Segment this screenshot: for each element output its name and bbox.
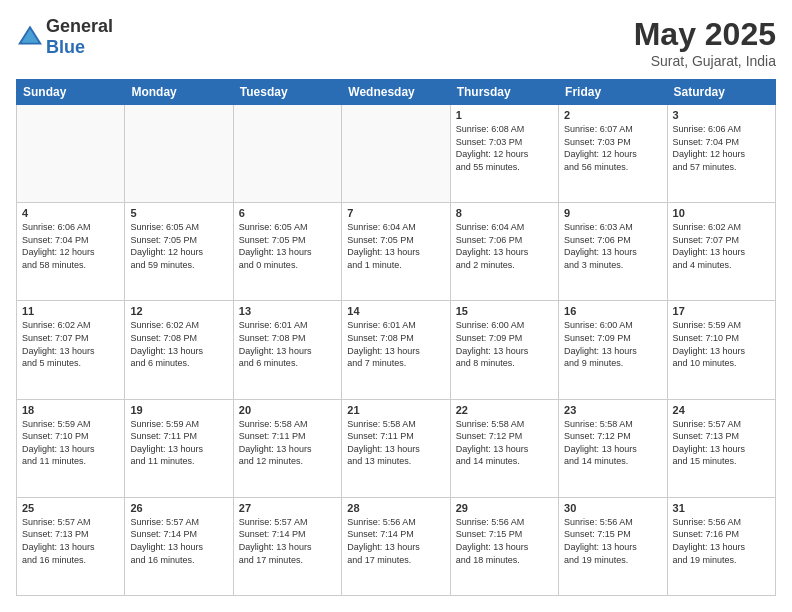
calendar-cell: 30Sunrise: 5:56 AM Sunset: 7:15 PM Dayli…	[559, 497, 667, 595]
cell-info: Sunrise: 5:56 AM Sunset: 7:15 PM Dayligh…	[456, 516, 553, 566]
page: General Blue May 2025 Surat, Gujarat, In…	[0, 0, 792, 612]
cell-info: Sunrise: 6:00 AM Sunset: 7:09 PM Dayligh…	[456, 319, 553, 369]
calendar-cell: 17Sunrise: 5:59 AM Sunset: 7:10 PM Dayli…	[667, 301, 775, 399]
cell-info: Sunrise: 5:57 AM Sunset: 7:14 PM Dayligh…	[239, 516, 336, 566]
calendar-cell	[233, 105, 341, 203]
day-number: 26	[130, 502, 227, 514]
cell-info: Sunrise: 6:05 AM Sunset: 7:05 PM Dayligh…	[239, 221, 336, 271]
header-friday: Friday	[559, 80, 667, 105]
calendar-week-3: 18Sunrise: 5:59 AM Sunset: 7:10 PM Dayli…	[17, 399, 776, 497]
logo: General Blue	[16, 16, 113, 58]
cell-info: Sunrise: 5:56 AM Sunset: 7:14 PM Dayligh…	[347, 516, 444, 566]
calendar-cell	[125, 105, 233, 203]
cell-info: Sunrise: 5:58 AM Sunset: 7:12 PM Dayligh…	[564, 418, 661, 468]
calendar-cell: 4Sunrise: 6:06 AM Sunset: 7:04 PM Daylig…	[17, 203, 125, 301]
calendar-cell: 27Sunrise: 5:57 AM Sunset: 7:14 PM Dayli…	[233, 497, 341, 595]
calendar-cell: 12Sunrise: 6:02 AM Sunset: 7:08 PM Dayli…	[125, 301, 233, 399]
location: Surat, Gujarat, India	[634, 53, 776, 69]
cell-info: Sunrise: 5:58 AM Sunset: 7:11 PM Dayligh…	[347, 418, 444, 468]
day-number: 8	[456, 207, 553, 219]
calendar-cell: 7Sunrise: 6:04 AM Sunset: 7:05 PM Daylig…	[342, 203, 450, 301]
day-number: 16	[564, 305, 661, 317]
header-sunday: Sunday	[17, 80, 125, 105]
header-monday: Monday	[125, 80, 233, 105]
cell-info: Sunrise: 6:03 AM Sunset: 7:06 PM Dayligh…	[564, 221, 661, 271]
cell-info: Sunrise: 6:02 AM Sunset: 7:07 PM Dayligh…	[673, 221, 770, 271]
cell-info: Sunrise: 6:08 AM Sunset: 7:03 PM Dayligh…	[456, 123, 553, 173]
cell-info: Sunrise: 6:05 AM Sunset: 7:05 PM Dayligh…	[130, 221, 227, 271]
calendar-cell: 26Sunrise: 5:57 AM Sunset: 7:14 PM Dayli…	[125, 497, 233, 595]
cell-info: Sunrise: 5:57 AM Sunset: 7:13 PM Dayligh…	[22, 516, 119, 566]
calendar-cell: 14Sunrise: 6:01 AM Sunset: 7:08 PM Dayli…	[342, 301, 450, 399]
calendar-cell: 15Sunrise: 6:00 AM Sunset: 7:09 PM Dayli…	[450, 301, 558, 399]
cell-info: Sunrise: 6:01 AM Sunset: 7:08 PM Dayligh…	[239, 319, 336, 369]
day-number: 10	[673, 207, 770, 219]
calendar-week-2: 11Sunrise: 6:02 AM Sunset: 7:07 PM Dayli…	[17, 301, 776, 399]
calendar-cell: 22Sunrise: 5:58 AM Sunset: 7:12 PM Dayli…	[450, 399, 558, 497]
day-number: 7	[347, 207, 444, 219]
day-number: 22	[456, 404, 553, 416]
day-number: 15	[456, 305, 553, 317]
calendar-cell: 28Sunrise: 5:56 AM Sunset: 7:14 PM Dayli…	[342, 497, 450, 595]
month-title: May 2025	[634, 16, 776, 53]
day-number: 6	[239, 207, 336, 219]
day-number: 2	[564, 109, 661, 121]
header-thursday: Thursday	[450, 80, 558, 105]
calendar-cell	[17, 105, 125, 203]
calendar-header-row: Sunday Monday Tuesday Wednesday Thursday…	[17, 80, 776, 105]
day-number: 29	[456, 502, 553, 514]
day-number: 24	[673, 404, 770, 416]
day-number: 28	[347, 502, 444, 514]
calendar-week-4: 25Sunrise: 5:57 AM Sunset: 7:13 PM Dayli…	[17, 497, 776, 595]
calendar-week-0: 1Sunrise: 6:08 AM Sunset: 7:03 PM Daylig…	[17, 105, 776, 203]
calendar-table: Sunday Monday Tuesday Wednesday Thursday…	[16, 79, 776, 596]
header-wednesday: Wednesday	[342, 80, 450, 105]
calendar-cell: 29Sunrise: 5:56 AM Sunset: 7:15 PM Dayli…	[450, 497, 558, 595]
cell-info: Sunrise: 5:57 AM Sunset: 7:13 PM Dayligh…	[673, 418, 770, 468]
cell-info: Sunrise: 5:58 AM Sunset: 7:12 PM Dayligh…	[456, 418, 553, 468]
day-number: 4	[22, 207, 119, 219]
calendar-cell: 6Sunrise: 6:05 AM Sunset: 7:05 PM Daylig…	[233, 203, 341, 301]
day-number: 21	[347, 404, 444, 416]
calendar-week-1: 4Sunrise: 6:06 AM Sunset: 7:04 PM Daylig…	[17, 203, 776, 301]
cell-info: Sunrise: 6:07 AM Sunset: 7:03 PM Dayligh…	[564, 123, 661, 173]
cell-info: Sunrise: 5:59 AM Sunset: 7:11 PM Dayligh…	[130, 418, 227, 468]
calendar-cell: 5Sunrise: 6:05 AM Sunset: 7:05 PM Daylig…	[125, 203, 233, 301]
day-number: 3	[673, 109, 770, 121]
day-number: 18	[22, 404, 119, 416]
cell-info: Sunrise: 6:02 AM Sunset: 7:08 PM Dayligh…	[130, 319, 227, 369]
cell-info: Sunrise: 5:59 AM Sunset: 7:10 PM Dayligh…	[22, 418, 119, 468]
calendar-cell: 21Sunrise: 5:58 AM Sunset: 7:11 PM Dayli…	[342, 399, 450, 497]
cell-info: Sunrise: 5:56 AM Sunset: 7:16 PM Dayligh…	[673, 516, 770, 566]
calendar-cell: 1Sunrise: 6:08 AM Sunset: 7:03 PM Daylig…	[450, 105, 558, 203]
day-number: 9	[564, 207, 661, 219]
calendar-cell: 24Sunrise: 5:57 AM Sunset: 7:13 PM Dayli…	[667, 399, 775, 497]
calendar-cell: 9Sunrise: 6:03 AM Sunset: 7:06 PM Daylig…	[559, 203, 667, 301]
title-block: May 2025 Surat, Gujarat, India	[634, 16, 776, 69]
day-number: 1	[456, 109, 553, 121]
day-number: 13	[239, 305, 336, 317]
day-number: 19	[130, 404, 227, 416]
calendar-cell: 25Sunrise: 5:57 AM Sunset: 7:13 PM Dayli…	[17, 497, 125, 595]
cell-info: Sunrise: 5:56 AM Sunset: 7:15 PM Dayligh…	[564, 516, 661, 566]
day-number: 5	[130, 207, 227, 219]
day-number: 23	[564, 404, 661, 416]
day-number: 11	[22, 305, 119, 317]
cell-info: Sunrise: 5:58 AM Sunset: 7:11 PM Dayligh…	[239, 418, 336, 468]
logo-general: General	[46, 16, 113, 36]
general-blue-icon	[18, 25, 42, 45]
logo-blue: Blue	[46, 37, 85, 57]
calendar-cell: 10Sunrise: 6:02 AM Sunset: 7:07 PM Dayli…	[667, 203, 775, 301]
cell-info: Sunrise: 6:04 AM Sunset: 7:06 PM Dayligh…	[456, 221, 553, 271]
day-number: 27	[239, 502, 336, 514]
day-number: 25	[22, 502, 119, 514]
cell-info: Sunrise: 6:06 AM Sunset: 7:04 PM Dayligh…	[22, 221, 119, 271]
day-number: 12	[130, 305, 227, 317]
calendar-cell: 23Sunrise: 5:58 AM Sunset: 7:12 PM Dayli…	[559, 399, 667, 497]
day-number: 17	[673, 305, 770, 317]
calendar-cell: 16Sunrise: 6:00 AM Sunset: 7:09 PM Dayli…	[559, 301, 667, 399]
calendar-cell: 11Sunrise: 6:02 AM Sunset: 7:07 PM Dayli…	[17, 301, 125, 399]
header-tuesday: Tuesday	[233, 80, 341, 105]
day-number: 31	[673, 502, 770, 514]
header: General Blue May 2025 Surat, Gujarat, In…	[16, 16, 776, 69]
